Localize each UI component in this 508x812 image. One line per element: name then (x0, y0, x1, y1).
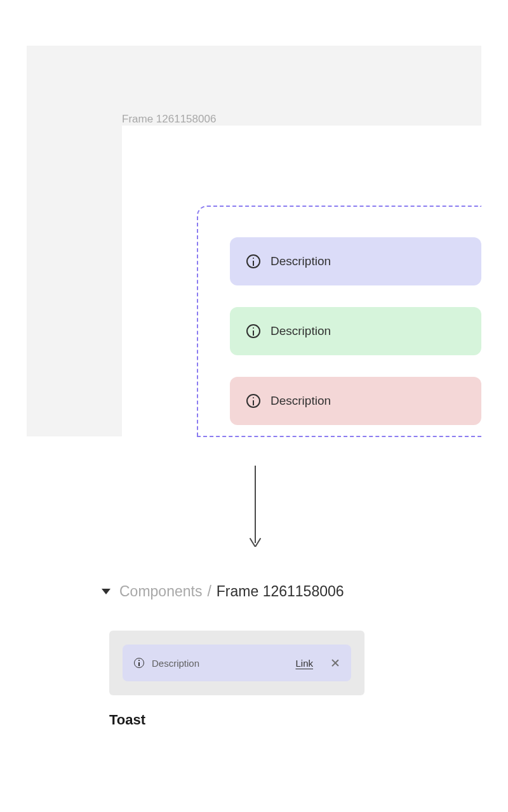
toast-preview: Description Link (123, 645, 351, 681)
breadcrumb: Components / Frame 1261158006 (102, 583, 344, 600)
toast-description: Description (271, 394, 331, 408)
breadcrumb-current[interactable]: Frame 1261158006 (217, 583, 344, 600)
toast-description: Description (271, 324, 331, 338)
toast-link[interactable]: Link (295, 658, 313, 669)
info-icon (246, 254, 260, 268)
info-icon (134, 658, 144, 668)
close-icon[interactable] (331, 658, 340, 667)
component-preview-card[interactable]: Description Link (109, 631, 364, 695)
breadcrumb-parent[interactable]: Components (119, 583, 202, 600)
toast-description: Description (152, 658, 288, 669)
toast-success-variant[interactable]: Description (230, 307, 481, 355)
toast-info-variant[interactable]: Description (230, 237, 481, 285)
breadcrumb-separator: / (207, 583, 211, 600)
info-icon (246, 394, 260, 408)
toast-error-variant[interactable]: Description (230, 377, 481, 425)
toast-description: Description (271, 254, 331, 268)
info-icon (246, 324, 260, 338)
component-name-label: Toast (109, 712, 145, 728)
collapse-caret-icon[interactable] (102, 589, 110, 594)
frame-label[interactable]: Frame 1261158006 (122, 113, 216, 126)
arrow-down-icon (249, 466, 262, 547)
